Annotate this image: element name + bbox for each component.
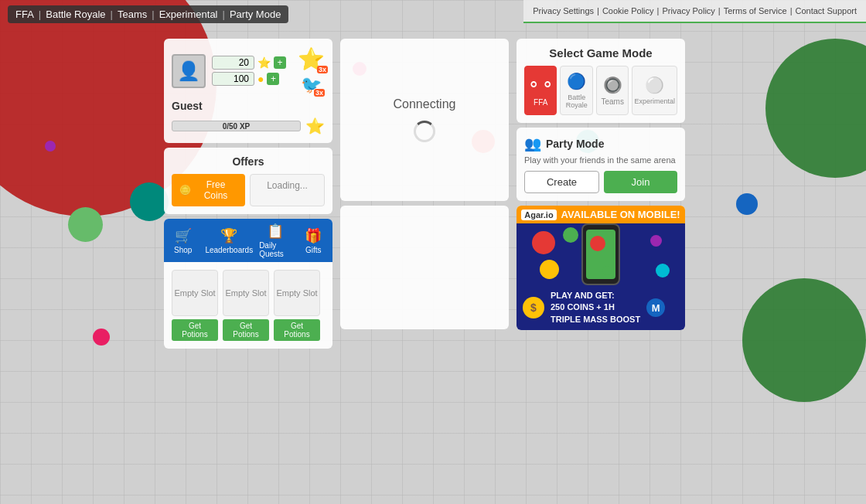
add-tokens-button[interactable]: + [274, 56, 286, 69]
ad-content [517, 223, 685, 285]
leaderboards-label: Leaderboards [205, 246, 253, 254]
star-badge-label: 3x [317, 66, 328, 73]
avatar-icon: 👤 [177, 60, 200, 82]
tab-shop[interactable]: 🛒 Shop [164, 219, 202, 262]
get-potions-button-2[interactable]: Get Potions [223, 319, 269, 341]
party-icon: 👥 [524, 135, 541, 152]
slot-grid: Empty Slot Get Potions Empty Slot Get Po… [164, 262, 332, 349]
bird-badge-label: 3x [314, 89, 325, 97]
coins-row: ● + [212, 72, 292, 86]
party-header: 👥 Party Mode [524, 135, 677, 152]
ad-text: PLAY AND GET:250 COINS + 1HTRIPLE MASS B… [551, 290, 640, 325]
battle-royale-icon: 🔵 [567, 72, 586, 90]
mobile-ad-card: Agar.io AVAILABLE ON MOBILE! $ [517, 206, 685, 330]
teams-icon: 🔘 [603, 76, 622, 94]
mode-experimental-button[interactable]: ⚪ Experimental [632, 66, 677, 115]
game-mode-options: ⚬⚬ FFA 🔵 Battle Royale 🔘 Teams ⚪ Experim… [524, 66, 677, 115]
shop-label: Shop [174, 246, 192, 254]
mode-ffa-button[interactable]: ⚬⚬ FFA [524, 66, 557, 115]
ffa-circles-icon: ⚬⚬ [527, 75, 554, 95]
leaderboards-icon: 🏆 [220, 227, 237, 244]
ad-bottom: $ PLAY AND GET:250 COINS + 1HTRIPLE MASS… [517, 285, 685, 330]
free-coins-button[interactable]: 🪙 Free Coins [172, 174, 245, 206]
teams-label: Teams [601, 97, 623, 106]
slot-item-1: Empty Slot Get Potions [172, 270, 218, 341]
circle-green-small [68, 207, 103, 242]
tab-leaderboards[interactable]: 🏆 Leaderboards [202, 219, 256, 262]
offers-card: Offers 🪙 Free Coins Loading... [164, 148, 332, 214]
game-mode-card: Select Game Mode ⚬⚬ FFA 🔵 Battle Royale … [517, 39, 685, 123]
profile-stats: ⭐ + ● + [212, 56, 292, 86]
circle-teal [130, 182, 169, 221]
offers-title: Offers [172, 155, 325, 168]
phone-mockup [581, 223, 620, 285]
tokens-input[interactable] [212, 56, 254, 70]
center-bottom-panel [340, 206, 509, 329]
ad-header-text: AVAILABLE ON MOBILE! [561, 209, 680, 220]
shop-icon: 🛒 [175, 227, 192, 244]
coin-big-icon: $ [523, 297, 544, 318]
get-potions-button-1[interactable]: Get Potions [172, 319, 218, 341]
nav-ffa[interactable]: FFA [15, 9, 34, 20]
tab-gifts[interactable]: 🎁 Gifts [295, 219, 332, 262]
gifts-icon: 🎁 [305, 227, 322, 244]
nav-teams[interactable]: Teams [118, 9, 147, 20]
tokens-row: ⭐ + [212, 56, 292, 70]
circle-pink-bottom [93, 329, 110, 346]
loading-spinner [414, 121, 435, 142]
ad-m-icon: M [646, 298, 665, 317]
coins-input[interactable] [212, 72, 254, 86]
free-coins-icon: 🪙 [179, 185, 191, 196]
circle-blue-right [736, 193, 758, 215]
top-nav: FFA | Battle Royale | Teams | Experiment… [0, 0, 866, 28]
right-panel: Select Game Mode ⚬⚬ FFA 🔵 Battle Royale … [517, 39, 685, 349]
slot-item-3: Empty Slot Get Potions [274, 270, 320, 341]
game-mode-title: Select Game Mode [524, 46, 677, 60]
mode-teams-button[interactable]: 🔘 Teams [596, 66, 629, 115]
xp-label: 0/50 XP [223, 122, 251, 131]
connecting-text: Connecting [394, 97, 456, 111]
experimental-icon: ⚪ [645, 76, 664, 94]
nav-experimental[interactable]: Experimental [159, 9, 218, 20]
bottom-tabs: 🛒 Shop 🏆 Leaderboards 📋 Daily Quests 🎁 G… [164, 219, 332, 262]
star-badge: ⭐ 3x [298, 46, 325, 72]
nav-battle-royale[interactable]: Battle Royale [46, 9, 105, 20]
party-title: Party Mode [546, 138, 604, 150]
left-panel: 👤 ⭐ + ● + ⭐ [164, 39, 332, 349]
bottom-left-panel: 🛒 Shop 🏆 Leaderboards 📋 Daily Quests 🎁 G… [164, 219, 332, 349]
circle-green-right [742, 278, 866, 402]
join-party-button[interactable]: Join [604, 171, 677, 193]
ffa-label: FFA [534, 98, 547, 107]
xp-bar: 0/50 XP [172, 121, 301, 131]
connecting-card: Connecting [340, 39, 509, 201]
free-coins-label: Free Coins [194, 179, 237, 201]
create-party-button[interactable]: Create [524, 171, 599, 193]
add-coins-button[interactable]: + [267, 73, 279, 85]
phone-screen [586, 230, 615, 279]
party-description: Play with your friends in the same arena [524, 155, 677, 165]
center-panel: Connecting [340, 39, 509, 349]
username: Guest [172, 100, 325, 112]
get-potions-button-3[interactable]: Get Potions [274, 319, 320, 341]
empty-slot-2: Empty Slot [223, 270, 269, 316]
ad-logo: Agar.io [521, 209, 556, 220]
party-mode-card: 👥 Party Mode Play with your friends in t… [517, 128, 685, 201]
nav-party-mode[interactable]: Party Mode [230, 9, 281, 20]
profile-card: 👤 ⭐ + ● + ⭐ [164, 39, 332, 143]
battle-royale-label: Battle Royale [562, 94, 590, 109]
empty-slot-3: Empty Slot [274, 270, 320, 316]
circle-magenta [45, 141, 56, 152]
slot-item-2: Empty Slot Get Potions [223, 270, 269, 341]
ui-container: 👤 ⭐ + ● + ⭐ [164, 39, 685, 349]
profile-top: 👤 ⭐ + ● + ⭐ [172, 46, 325, 95]
mode-battle-royale-button[interactable]: 🔵 Battle Royale [560, 66, 592, 115]
bird-badge: 🐦 3x [301, 75, 322, 95]
avatar: 👤 [172, 54, 206, 88]
nav-menu: FFA | Battle Royale | Teams | Experiment… [8, 5, 288, 23]
empty-slot-1: Empty Slot [172, 270, 218, 316]
ad-header: Agar.io AVAILABLE ON MOBILE! [517, 206, 685, 223]
xp-star-icon: ⭐ [305, 117, 325, 135]
tab-daily-quests[interactable]: 📋 Daily Quests [256, 219, 294, 262]
gifts-label: Gifts [305, 246, 322, 254]
experimental-label: Experimental [634, 97, 675, 105]
